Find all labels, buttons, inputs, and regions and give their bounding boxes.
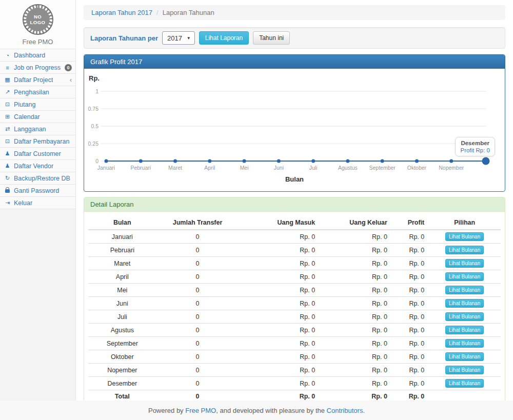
data-point-januari[interactable]	[105, 159, 108, 163]
cell-jumlah-transfer: 0	[156, 297, 239, 310]
data-point-maret[interactable]	[173, 159, 177, 163]
x-tick-label: Nopember	[439, 165, 464, 171]
no-logo-badge: NO LOGO	[23, 4, 53, 35]
data-point-juni[interactable]	[277, 159, 281, 163]
calendar-icon: ⊞	[4, 113, 11, 120]
cell-uang-keluar: Rp. 0	[319, 350, 391, 364]
breadcrumb-link[interactable]: Laporan Tahun 2017	[91, 9, 152, 16]
sidebar-item-dashboard[interactable]: ◔Dashboard	[0, 49, 75, 62]
data-point-juli[interactable]	[311, 159, 315, 163]
data-point-oktober[interactable]	[415, 159, 419, 163]
cell-bulan: Desember	[88, 377, 156, 390]
tahun-ini-button[interactable]: Tahun ini	[253, 31, 290, 45]
lihat-bulanan-button[interactable]: Lihat Bulanan	[445, 352, 484, 361]
sidebar-item-daftar-project[interactable]: ▦Daftar Project‹	[0, 74, 75, 86]
logo-text-line1: NO	[34, 14, 42, 19]
cell-profit: Rp. 0	[391, 377, 428, 390]
cell-bulan: Juli	[88, 310, 156, 324]
data-point-september[interactable]	[381, 159, 384, 163]
sidebar-item-label: Job on Progress	[14, 64, 61, 71]
x-tick-label: Maret	[168, 165, 182, 171]
detail-laporan-panel: Detail Laporan BulanJumlah TransferUang …	[84, 197, 505, 407]
table-row-mei: Mei0Rp. 0Rp. 0Rp. 0Lihat Bulanan	[88, 284, 501, 297]
refresh-icon: ↻	[4, 175, 11, 182]
lihat-bulanan-button[interactable]: Lihat Bulanan	[445, 246, 484, 254]
sidebar-item-label: Ganti Password	[14, 187, 59, 194]
y-tick-label: 0.5	[91, 123, 98, 129]
lihat-laporan-button[interactable]: Lihat Laporan	[199, 31, 249, 45]
chart-x-axis-label: Bulan	[88, 175, 501, 183]
sidebar-item-keluar[interactable]: ⇥Keluar	[0, 197, 75, 209]
sidebar-item-job-on-progress[interactable]: ≡Job on Progress0	[0, 62, 75, 74]
cell-uang-keluar: Rp. 0	[319, 230, 391, 244]
cell-jumlah-transfer: 0	[156, 310, 239, 324]
cell-profit: Rp. 0	[391, 310, 428, 324]
cell-uang-keluar: Rp. 0	[319, 244, 391, 257]
cell-bulan: Januari	[88, 230, 156, 244]
table-row-nopember: Nopember0Rp. 0Rp. 0Rp. 0Lihat Bulanan	[88, 364, 501, 377]
sidebar-item-calendar[interactable]: ⊞Calendar	[0, 111, 75, 123]
cell-uang-masuk: Rp. 0	[239, 244, 319, 257]
data-point-nopember[interactable]	[449, 159, 453, 163]
count-badge: 0	[65, 64, 72, 71]
sidebar: NO LOGO Free PMO ◔Dashboard≡Job on Progr…	[0, 0, 76, 401]
table-row-oktober: Oktober0Rp. 0Rp. 0Rp. 0Lihat Bulanan	[88, 350, 501, 364]
cell-profit: Rp. 0	[391, 284, 428, 297]
cell-uang-keluar: Rp. 0	[319, 364, 391, 377]
data-point-april[interactable]	[208, 159, 211, 163]
sidebar-item-daftar-customer[interactable]: ♟Daftar Customer	[0, 148, 75, 160]
x-tick-label: Januari	[97, 165, 115, 171]
users-icon: ♟	[4, 163, 11, 169]
lihat-bulanan-button[interactable]: Lihat Bulanan	[445, 259, 484, 268]
cell-jumlah-transfer: 0	[156, 284, 239, 297]
data-point-agustus[interactable]	[346, 159, 349, 163]
data-point-desember[interactable]	[482, 157, 490, 165]
cell-uang-keluar: Rp. 0	[319, 337, 391, 350]
page: NO LOGO Free PMO ◔Dashboard≡Job on Progr…	[0, 0, 513, 401]
data-point-pebruari[interactable]	[139, 159, 143, 163]
cell-uang-keluar: Rp. 0	[319, 377, 391, 390]
sidebar-item-piutang[interactable]: ⊡Piutang	[0, 98, 75, 111]
sidebar-item-ganti-password[interactable]: Ganti Password	[0, 185, 75, 197]
sidebar-item-langganan[interactable]: ⇄Langganan	[0, 123, 75, 135]
cell-bulan: Mei	[88, 284, 156, 297]
lihat-bulanan-button[interactable]: Lihat Bulanan	[445, 339, 484, 348]
lihat-bulanan-button[interactable]: Lihat Bulanan	[445, 232, 484, 241]
lihat-bulanan-button[interactable]: Lihat Bulanan	[445, 299, 484, 308]
data-point-mei[interactable]	[243, 159, 246, 163]
cell-uang-keluar: Rp. 0	[319, 310, 391, 324]
x-tick-label: Juli	[309, 165, 318, 171]
lihat-bulanan-button[interactable]: Lihat Bulanan	[445, 286, 484, 294]
cell-uang-masuk: Rp. 0	[239, 284, 319, 297]
cell-bulan: April	[88, 270, 156, 284]
column-header-jumlah-transfer: Jumlah Transfer	[156, 216, 239, 230]
year-select-value: 2017	[167, 34, 182, 42]
cell-profit: Rp. 0	[391, 270, 428, 284]
cell-uang-keluar: Rp. 0	[319, 297, 391, 310]
cell-uang-masuk: Rp. 0	[239, 310, 319, 324]
sidebar-item-label: Keluar	[14, 199, 32, 207]
cell-jumlah-transfer: 0	[156, 377, 239, 390]
brand: NO LOGO Free PMO	[0, 0, 75, 49]
sidebar-item-penghasilan[interactable]: ↗Penghasilan	[0, 86, 75, 98]
footer-credit: Powered by Free PMO, and developed with …	[148, 407, 365, 414]
sidebar-item-backup-restore-db[interactable]: ↻Backup/Restore DB	[0, 172, 75, 185]
free-pmo-link[interactable]: Free PMO	[185, 407, 216, 414]
profit-line-chart[interactable]: 10.750.50.250JanuariPebruariMaretAprilMe…	[88, 83, 501, 174]
cell-jumlah-transfer: 0	[156, 230, 239, 244]
lihat-bulanan-button[interactable]: Lihat Bulanan	[445, 366, 484, 374]
sidebar-item-daftar-pembayaran[interactable]: ⊡Daftar Pembayaran	[0, 135, 75, 148]
contributors-link[interactable]: Contributors	[327, 407, 363, 414]
sidebar-item-daftar-vendor[interactable]: ♟Daftar Vendor	[0, 160, 75, 172]
lihat-bulanan-button[interactable]: Lihat Bulanan	[445, 312, 484, 321]
lihat-bulanan-button[interactable]: Lihat Bulanan	[445, 379, 484, 388]
lihat-bulanan-button[interactable]: Lihat Bulanan	[445, 326, 484, 334]
lihat-bulanan-button[interactable]: Lihat Bulanan	[445, 272, 484, 281]
sidebar-item-label: Daftar Project	[14, 76, 53, 84]
year-select[interactable]: 2017 ▼	[162, 31, 195, 45]
cell-profit: Rp. 0	[391, 324, 428, 337]
signout-icon: ⇥	[4, 199, 11, 206]
sidebar-item-label: Daftar Pembayaran	[14, 138, 69, 145]
column-header-pilihan: Pilihan	[428, 216, 501, 230]
cell-uang-keluar: Rp. 0	[319, 284, 391, 297]
